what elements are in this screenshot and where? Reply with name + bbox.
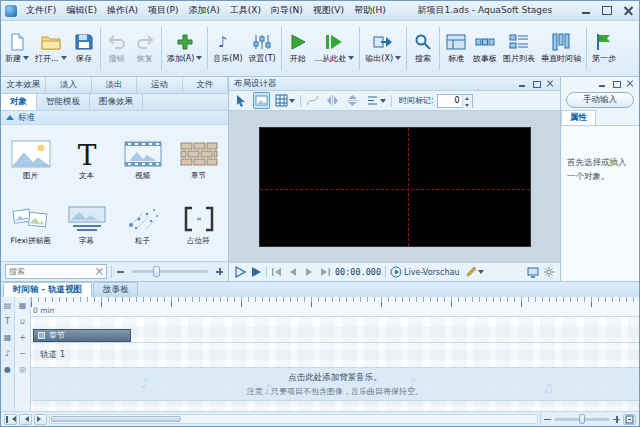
object-flexi-collage[interactable]: Flexi拼贴画 (3, 194, 58, 257)
slider-thumb[interactable] (153, 266, 160, 277)
menu-tools[interactable]: 工具(X) (225, 1, 266, 20)
time-marker-input[interactable] (438, 95, 462, 107)
view-image-list-button[interactable]: 图片列表 (500, 23, 538, 74)
scrollbar-thumb[interactable] (51, 416, 181, 422)
grid-button[interactable] (273, 92, 297, 109)
tab-timeline-track-view[interactable]: 时间轴 - 轨道视图 (3, 282, 92, 297)
panel-close-icon[interactable] (546, 80, 555, 88)
maximize-icon[interactable] (600, 5, 614, 17)
object-text[interactable]: T 文本 (59, 129, 114, 192)
timeline-zoom-out-icon[interactable] (543, 415, 552, 424)
tab-properties[interactable]: 属性 (561, 110, 596, 125)
skip-end-icon[interactable] (319, 266, 331, 278)
menu-project[interactable]: 项目(P) (143, 1, 183, 20)
zoom-fit-button[interactable] (623, 414, 636, 425)
designer-canvas-area[interactable] (229, 111, 560, 262)
select-tool-button[interactable] (233, 92, 250, 109)
object-subtitle[interactable]: 字幕 (59, 194, 114, 257)
window-layout-icon[interactable]: ▦ (17, 300, 28, 311)
close-icon[interactable] (621, 5, 635, 17)
redo-button[interactable]: 恢复 (131, 23, 159, 74)
preview-canvas[interactable] (259, 127, 531, 247)
manual-input-button[interactable]: 手动输入 (566, 92, 634, 108)
first-steps-button[interactable]: 第一步 (589, 23, 619, 74)
insert-text-icon[interactable]: T (2, 316, 13, 327)
align-button[interactable] (364, 92, 388, 109)
tab-storyboard-view[interactable]: 故事板 (93, 282, 139, 297)
flip-horizontal-button[interactable] (324, 92, 341, 109)
zoom-out-icon[interactable] (116, 267, 125, 276)
clear-search-icon[interactable] (95, 267, 104, 276)
open-button[interactable]: 打开... (32, 23, 70, 74)
background-music-track[interactable]: ♪ ♫ ♪ ♫ 点击此处添加背景音乐。 注意：只要项目不包含图像，音乐曲目将保持… (31, 368, 639, 401)
menu-add[interactable]: 添加(A) (184, 1, 225, 20)
object-chapter[interactable]: 章节 (171, 129, 226, 192)
magnet-snap-icon[interactable]: ∪ (17, 316, 28, 327)
object-video[interactable]: 视频 (115, 129, 170, 192)
view-standard-button[interactable]: 标准 (442, 23, 470, 74)
section-standard[interactable]: 标准 (1, 111, 228, 125)
tab-image-effects[interactable]: 图像效果 (90, 94, 143, 110)
scroll-to-start-button[interactable] (4, 414, 17, 425)
object-particle[interactable]: 粒子 (115, 194, 170, 257)
panel-float-icon[interactable] (612, 80, 621, 88)
scroll-left-button[interactable] (19, 414, 32, 425)
panel-minimize-icon[interactable] (518, 80, 527, 88)
tab-files[interactable]: 文件 (183, 77, 228, 93)
undo-button[interactable]: 撤销 (103, 23, 131, 74)
timeline-zoom-slider[interactable] (554, 418, 610, 421)
flip-vertical-button[interactable] (344, 92, 361, 109)
insert-music-icon[interactable]: ♪ (2, 348, 13, 359)
timeline-zoom-in-icon[interactable] (612, 415, 621, 424)
icon-size-slider[interactable] (132, 270, 208, 273)
insert-video-icon[interactable]: ▦ (2, 332, 13, 343)
settings-button[interactable]: 设置(T) (246, 23, 279, 74)
view-vertical-timeline-button[interactable]: 垂直时间轴 (538, 23, 584, 74)
view-storyboard-button[interactable]: 故事板 (470, 23, 500, 74)
output-button[interactable]: 输出(X) (362, 23, 404, 74)
search-input[interactable] (6, 267, 106, 276)
step-forward-icon[interactable] (303, 266, 315, 278)
menu-help[interactable]: 帮助(H) (349, 1, 391, 20)
minimize-icon[interactable] (579, 5, 593, 17)
panel-minimize-icon[interactable] (598, 80, 607, 88)
menu-file[interactable]: 文件(F) (21, 1, 61, 20)
object-placeholder[interactable]: 占位符 (171, 194, 226, 257)
music-button[interactable]: ♪ 音乐(M) (210, 23, 245, 74)
preview-play-icon[interactable] (234, 266, 246, 278)
new-project-button[interactable]: 新建 (2, 23, 32, 74)
tab-motion[interactable]: 运动 (137, 77, 182, 93)
play-start-button[interactable]: 开始 (284, 23, 312, 74)
add-button[interactable]: 添加(A) (164, 23, 206, 74)
tab-fade-out[interactable]: 淡出 (92, 77, 137, 93)
motion-path-button[interactable] (304, 92, 321, 109)
spin-up-icon[interactable] (463, 95, 472, 102)
track-1-row[interactable]: 轨道 1 (31, 343, 639, 368)
monitor-icon[interactable] (527, 266, 539, 278)
tab-fade-in[interactable]: 淡入 (46, 77, 91, 93)
skip-start-icon[interactable] (271, 266, 283, 278)
horizontal-scrollbar[interactable] (49, 414, 538, 424)
insert-image-icon[interactable]: ▤ (2, 300, 13, 311)
zoom-tracks-icon[interactable]: ◎ (17, 364, 28, 375)
live-preview-toggle[interactable]: Live-Vorschau (390, 266, 459, 278)
step-back-icon[interactable] (287, 266, 299, 278)
gear-icon[interactable] (543, 266, 555, 278)
insert-sound-icon[interactable]: ● (2, 364, 13, 375)
tab-objects[interactable]: 对象 (1, 94, 37, 110)
object-image[interactable]: 图片 (3, 129, 58, 192)
timeline-ruler[interactable]: 0 min (31, 297, 639, 317)
zoom-slider-thumb[interactable] (579, 414, 585, 424)
menu-view[interactable]: 视图(V) (308, 1, 349, 20)
remove-track-icon[interactable]: − (17, 348, 28, 359)
menu-edit[interactable]: 编辑(E) (61, 1, 102, 20)
panel-close-icon[interactable] (626, 80, 635, 88)
canvas-mode-button[interactable] (253, 92, 270, 109)
search-button[interactable]: 搜索 (409, 23, 437, 74)
play-from-here-button[interactable]: ...从此处 (312, 23, 358, 74)
chapter-block[interactable]: 章节 (33, 329, 131, 342)
add-track-icon[interactable]: + (17, 332, 28, 343)
tab-smart-templates[interactable]: 智能模板 (37, 94, 90, 110)
menu-operation[interactable]: 操作(A) (102, 1, 143, 20)
spin-down-icon[interactable] (463, 102, 472, 109)
